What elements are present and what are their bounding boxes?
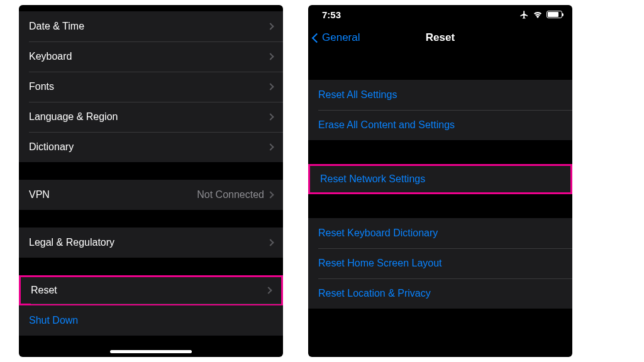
general-settings-screen: Date & Time Keyboard Fonts Language & Re… bbox=[19, 5, 283, 357]
nav-header: General Reset bbox=[308, 24, 572, 52]
row-shut-down[interactable]: Shut Down bbox=[19, 305, 283, 336]
row-reset-all-settings[interactable]: Reset All Settings bbox=[308, 80, 572, 110]
row-label: Reset Keyboard Dictionary bbox=[318, 228, 562, 239]
chevron-right-icon bbox=[267, 191, 274, 198]
row-date-time[interactable]: Date & Time bbox=[19, 11, 283, 41]
row-label: Language & Region bbox=[29, 111, 268, 123]
row-label: Date & Time bbox=[29, 21, 268, 32]
row-label: Erase All Content and Settings bbox=[318, 119, 562, 131]
row-label: Fonts bbox=[29, 81, 268, 92]
row-label: Reset Home Screen Layout bbox=[318, 258, 562, 269]
reset-group-network: Reset Network Settings bbox=[308, 164, 572, 194]
row-vpn[interactable]: VPN Not Connected bbox=[19, 180, 283, 210]
chevron-right-icon bbox=[267, 239, 274, 246]
row-label: VPN bbox=[29, 189, 197, 200]
chevron-right-icon bbox=[267, 113, 274, 120]
reset-screen: 7:53 General Reset Reset All Settings Er… bbox=[308, 5, 572, 357]
row-reset-location-privacy[interactable]: Reset Location & Privacy bbox=[308, 278, 572, 309]
back-button[interactable]: General bbox=[313, 31, 360, 44]
back-label: General bbox=[322, 31, 360, 44]
row-legal-regulatory[interactable]: Legal & Regulatory bbox=[19, 228, 283, 258]
settings-group-reset: Reset Shut Down bbox=[19, 275, 283, 336]
status-icons bbox=[519, 10, 562, 19]
row-fonts[interactable]: Fonts bbox=[19, 72, 283, 102]
row-label: Reset Network Settings bbox=[320, 173, 560, 185]
row-label: Reset Location & Privacy bbox=[318, 288, 562, 299]
row-keyboard[interactable]: Keyboard bbox=[19, 41, 283, 72]
row-dictionary[interactable]: Dictionary bbox=[19, 132, 283, 162]
row-label: Reset All Settings bbox=[318, 89, 562, 101]
settings-group-legal: Legal & Regulatory bbox=[19, 228, 283, 258]
chevron-right-icon bbox=[265, 287, 272, 293]
status-time: 7:53 bbox=[322, 9, 341, 20]
reset-group-main: Reset All Settings Erase All Content and… bbox=[308, 80, 572, 140]
row-label: Shut Down bbox=[29, 315, 273, 326]
row-reset-keyboard-dictionary[interactable]: Reset Keyboard Dictionary bbox=[308, 218, 572, 248]
reset-group-other: Reset Keyboard Dictionary Reset Home Scr… bbox=[308, 218, 572, 309]
settings-group-system: Date & Time Keyboard Fonts Language & Re… bbox=[19, 11, 283, 162]
airplane-mode-icon bbox=[519, 10, 529, 19]
settings-group-vpn: VPN Not Connected bbox=[19, 180, 283, 210]
battery-icon bbox=[547, 11, 562, 18]
page-title: Reset bbox=[426, 31, 455, 44]
chevron-right-icon bbox=[267, 83, 274, 90]
row-reset-network-settings[interactable]: Reset Network Settings bbox=[308, 164, 572, 194]
home-indicator[interactable] bbox=[110, 350, 192, 353]
chevron-left-icon bbox=[312, 33, 322, 43]
row-label: Reset bbox=[31, 285, 266, 296]
row-label: Legal & Regulatory bbox=[29, 237, 268, 248]
row-label: Keyboard bbox=[29, 51, 268, 62]
row-value: Not Connected bbox=[197, 189, 264, 200]
row-reset[interactable]: Reset bbox=[19, 275, 283, 305]
row-erase-all-content[interactable]: Erase All Content and Settings bbox=[308, 110, 572, 140]
row-label: Dictionary bbox=[29, 141, 268, 153]
row-reset-home-screen-layout[interactable]: Reset Home Screen Layout bbox=[308, 248, 572, 278]
chevron-right-icon bbox=[267, 53, 274, 60]
chevron-right-icon bbox=[267, 23, 274, 30]
row-language-region[interactable]: Language & Region bbox=[19, 102, 283, 132]
chevron-right-icon bbox=[267, 143, 274, 150]
wifi-icon bbox=[533, 11, 543, 18]
status-bar: 7:53 bbox=[308, 5, 572, 24]
